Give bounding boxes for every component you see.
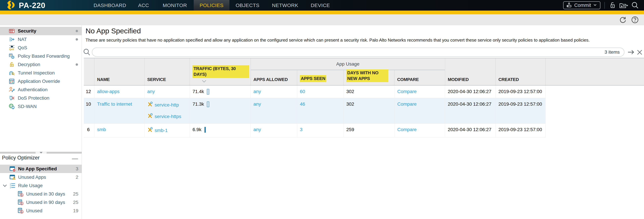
optimizer-item-count: 3: [76, 166, 78, 172]
global-find-icon[interactable]: [631, 1, 639, 10]
policy-optimizer-panel: Policy Optimizer — No App Specified3Unus…: [0, 154, 82, 219]
rulebase-dot: [76, 64, 78, 66]
cell-apps-allowed: any: [251, 98, 297, 124]
optimizer-item-label: Unused Apps: [18, 174, 46, 180]
cell-service: any: [144, 86, 190, 98]
apply-filter-arrow-icon[interactable]: [627, 49, 635, 56]
sidebar-item-tunnel-inspection[interactable]: Tunnel Inspection: [0, 69, 82, 77]
table-row[interactable]: 10Traffic to internetservice-httpservice…: [84, 98, 546, 124]
sidebar-item-label: Policy Based Forwarding: [18, 54, 70, 59]
optimizer-item-unused-in-30-days[interactable]: Unused in 30 days25: [0, 190, 82, 198]
nav-item-objects[interactable]: OBJECTS: [236, 0, 259, 10]
palo-alto-logo-icon: [6, 0, 16, 10]
nav-item-acc[interactable]: ACC: [138, 0, 150, 10]
apps-seen-link[interactable]: 46: [300, 102, 305, 107]
sidebar-item-dos-protection[interactable]: DoS Protection: [0, 94, 82, 102]
splitter-arrow-icon: [40, 152, 42, 154]
apps-allowed-link[interactable]: any: [254, 102, 261, 107]
column-header-traffic[interactable]: TRAFFIC (BYTES, 30 DAYS): [190, 58, 251, 85]
sidebar-item-qos[interactable]: QoSQoS: [0, 44, 82, 52]
sidebar-item-security[interactable]: Security: [0, 27, 82, 35]
service-link[interactable]: service-http: [155, 102, 179, 108]
items-count-badge: 3 items: [604, 50, 620, 55]
chevron-down-icon[interactable]: [2, 183, 8, 188]
sidebar-item-sd-wan[interactable]: SD-WAN: [0, 102, 82, 111]
rule-name-link[interactable]: Traffic to internet: [97, 102, 132, 107]
column-header-compare[interactable]: COMPARE: [394, 70, 445, 85]
rule-name-link[interactable]: allow-apps: [97, 89, 120, 94]
clear-filter-icon[interactable]: [636, 49, 643, 56]
sidebar-item-application-override[interactable]: Application Override: [0, 77, 82, 86]
apps-seen-link[interactable]: 3: [300, 127, 302, 132]
column-header-days-no-new-apps[interactable]: DAYS WITH NO NEW APPS: [344, 70, 394, 85]
optimizer-item-unused[interactable]: Unused19: [0, 206, 82, 215]
sidebar-item-label: Tunnel Inspection: [18, 70, 55, 76]
rule-name-link[interactable]: smb: [97, 127, 106, 132]
service-link[interactable]: any: [147, 89, 155, 94]
unused-apps-icon: [10, 174, 16, 180]
apps-allowed-link[interactable]: any: [254, 89, 261, 94]
rulebase-dot: [76, 38, 78, 40]
optimizer-item-no-app-specified[interactable]: No App Specified3: [0, 165, 82, 173]
column-header-modified[interactable]: MODIFIED: [445, 58, 496, 85]
column-header-name[interactable]: NAME: [94, 58, 144, 85]
config-audit-icon[interactable]: [619, 2, 628, 9]
sidebar-item-label: DoS Protection: [18, 96, 49, 101]
traffic-bar-indicator: [207, 102, 209, 107]
cell-apps-seen: 46: [297, 98, 344, 124]
optimizer-item-unused-apps[interactable]: Unused Apps2: [0, 173, 82, 182]
refresh-icon[interactable]: [619, 16, 627, 24]
sidebar-item-policy-based-forwarding[interactable]: Policy Based Forwarding: [0, 52, 82, 60]
sidebar-item-nat[interactable]: NAT: [0, 35, 82, 44]
optimizer-item-unused-in-90-days[interactable]: Unused in 90 days25: [0, 198, 82, 206]
column-header-created[interactable]: CREATED: [496, 58, 546, 85]
service-link[interactable]: smb-1: [155, 128, 168, 133]
splitter-handle[interactable]: [36, 152, 46, 154]
cell-created: 2019-09-23 12:57:00: [496, 86, 546, 98]
cell-service: smb-1: [144, 124, 190, 137]
optimizer-item-count: 25: [73, 200, 78, 205]
sidebar-item-decryption[interactable]: Decryption: [0, 60, 82, 69]
sidebar-item-label: Application Override: [18, 79, 60, 84]
table-row[interactable]: 12allow-appsany71.4kany60302Compare2020-…: [84, 86, 546, 98]
apps-allowed-link[interactable]: any: [254, 127, 261, 132]
optimizer-item-count: 19: [73, 208, 78, 214]
compare-link[interactable]: Compare: [397, 102, 416, 107]
apps-seen-link[interactable]: 60: [300, 89, 305, 94]
rulebase-dot: [76, 30, 78, 32]
optimizer-item-label: No App Specified: [18, 166, 57, 172]
service-link[interactable]: service-https: [155, 114, 181, 119]
help-icon[interactable]: [631, 16, 639, 24]
cell-days-no-new-apps: 302: [344, 86, 394, 98]
nav-item-policies[interactable]: POLICIES: [194, 0, 230, 10]
optimizer-item-count: 25: [73, 191, 78, 197]
sidebar-item-authentication[interactable]: Authentication: [0, 86, 82, 94]
device-logo: PA-220: [6, 0, 46, 10]
minimize-panel-button[interactable]: —: [72, 155, 78, 162]
unlock-icon[interactable]: [608, 2, 616, 9]
panel-splitter[interactable]: [0, 152, 82, 154]
column-header-rule-number[interactable]: [84, 58, 94, 85]
table-body: 12allow-appsany71.4kany60302Compare2020-…: [84, 86, 546, 137]
optimizer-item-rule-usage[interactable]: Rule Usage: [0, 182, 82, 190]
column-header-apps-seen[interactable]: APPS SEEN: [297, 70, 344, 85]
nav-item-dashboard[interactable]: DASHBOARD: [94, 0, 126, 10]
tunnel-inspection-icon: [9, 70, 16, 76]
cell-name: allow-apps: [94, 86, 144, 98]
cell-traffic: 6.9k: [190, 124, 251, 137]
filter-input[interactable]: [92, 50, 604, 55]
policy-type-sidebar: SecurityNATQoSQoSPolicy Based Forwarding…: [0, 25, 82, 152]
nav-item-network[interactable]: NETWORK: [271, 0, 299, 10]
table-row[interactable]: 6smbsmb-16.9kany3259Compare2020-04-30 12…: [84, 124, 546, 137]
cell-name: smb: [94, 124, 144, 137]
service-entry: service-https: [147, 113, 188, 120]
compare-link[interactable]: Compare: [397, 89, 416, 94]
commit-button[interactable]: Commit: [563, 1, 600, 9]
column-header-apps-allowed[interactable]: APPS ALLOWED: [251, 70, 297, 85]
service-icon: [147, 127, 153, 134]
traffic-value: 71.3k: [192, 102, 204, 107]
column-header-service[interactable]: SERVICE: [144, 58, 190, 85]
nav-item-device[interactable]: DEVICE: [310, 0, 330, 10]
nav-item-monitor[interactable]: MONITOR: [162, 0, 188, 10]
compare-link[interactable]: Compare: [397, 127, 416, 132]
